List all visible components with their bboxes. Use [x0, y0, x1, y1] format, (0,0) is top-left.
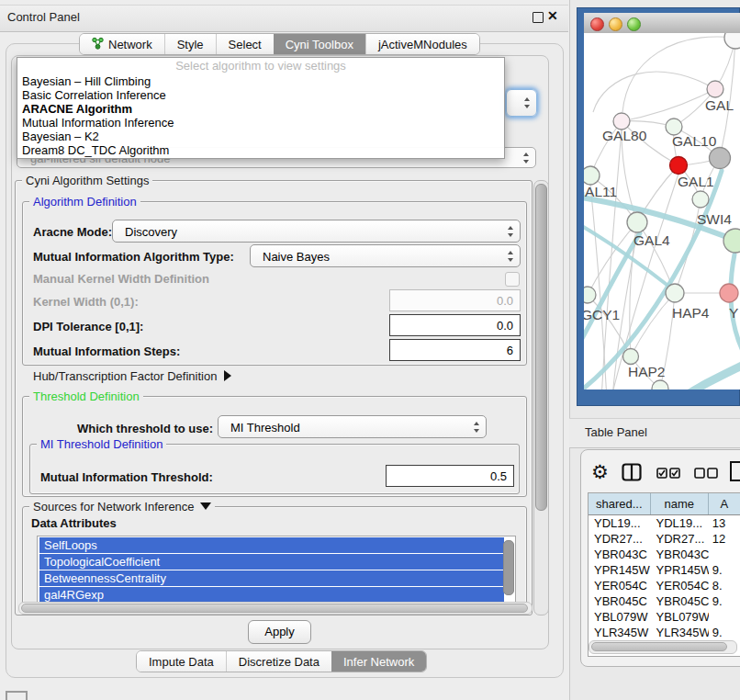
kernel-width-input[interactable]	[389, 289, 521, 311]
column-header-name[interactable]: name	[651, 493, 709, 514]
sources-title: Sources for Network Inference	[33, 500, 195, 514]
table-row[interactable]: YBL079WYBL079W	[589, 609, 740, 625]
node-label: GAL4	[633, 232, 670, 248]
collapse-arrow-icon	[200, 502, 211, 510]
network-node[interactable]	[652, 380, 668, 390]
table-cell	[709, 547, 740, 562]
select-all-icon[interactable]	[656, 468, 680, 482]
tab-infer-network[interactable]: Infer Network	[331, 651, 426, 672]
scrollbar-thumb[interactable]	[21, 604, 528, 613]
column-header-partial[interactable]: A	[709, 493, 740, 514]
apply-button[interactable]: Apply	[248, 620, 311, 644]
dropdown-item[interactable]: Bayesian – Hill Climbing	[17, 74, 504, 88]
table-row[interactable]: YDL19...YDL19...13	[589, 515, 740, 531]
table-row[interactable]: YBR043CYBR043C	[589, 547, 740, 562]
table-row[interactable]: YPR145WYPR145W9.	[589, 562, 740, 578]
table-row[interactable]: YBR045CYBR045C9.	[589, 593, 740, 609]
column-header-shared-name[interactable]: shared...	[589, 493, 651, 514]
panel-title: Control Panel	[7, 10, 80, 24]
scrollbar-thumb[interactable]	[535, 184, 547, 511]
table-cell: YLR345W	[589, 625, 651, 640]
attribute-item[interactable]: gal4RGexp	[39, 587, 504, 603]
control-panel-titlebar[interactable]	[0, 5, 568, 32]
close-icon[interactable]: ✕	[547, 8, 558, 23]
which-threshold-select[interactable]: MI Threshold	[218, 415, 487, 438]
new-document-icon[interactable]	[729, 460, 740, 485]
algorithm-definition-title: Algorithm Definition	[29, 195, 140, 209]
network-node[interactable]	[623, 349, 639, 365]
network-node[interactable]	[710, 148, 731, 169]
screen: Control Panel ✕ Network Styl	[0, 0, 740, 700]
network-edge	[590, 185, 607, 390]
mi-algorithm-type-select[interactable]: Naive Bayes	[250, 244, 521, 267]
table-row[interactable]: YDR27...YDR27...12	[589, 531, 740, 547]
network-canvas[interactable]: GALGAL80GAL10GAL1GAL11SWI4GAL4GCY1HAP4YH…	[584, 33, 740, 390]
algorithm-combo-fragment[interactable]	[506, 89, 537, 117]
attribute-item[interactable]: TopologicalCoefficient	[39, 554, 504, 570]
minimized-panel-icon[interactable]	[6, 691, 28, 700]
table-cell: YLR345W	[651, 625, 709, 640]
split-view-icon[interactable]	[622, 463, 642, 484]
aracne-mode-select[interactable]: Discovery	[112, 220, 521, 243]
network-node[interactable]	[724, 33, 740, 49]
dropdown-item[interactable]: Dream8 DC_TDC Algorithm	[17, 143, 504, 157]
node-label: HAP2	[628, 364, 666, 379]
network-node[interactable]	[666, 284, 684, 302]
table-body: YDL19...YDL19...13YDR27...YDR27...12YBR0…	[589, 515, 740, 656]
mi-steps-input[interactable]	[389, 339, 521, 361]
network-node[interactable]	[584, 287, 596, 303]
settings-group-title: Cyni Algorithm Settings	[22, 174, 152, 187]
network-node[interactable]	[627, 212, 647, 232]
mi-type-label: Mutual Information Algorithm Type:	[33, 250, 234, 264]
network-node[interactable]	[707, 81, 723, 97]
mac-zoom-button[interactable]	[627, 17, 641, 31]
dropdown-item[interactable]: Basic Correlation Inference	[17, 88, 504, 102]
table-panel-title: Table Panel	[585, 425, 647, 439]
attribute-item[interactable]: BetweennessCentrality	[39, 570, 504, 586]
hub-definition-toggle[interactable]: Hub/Transcription Factor Definition	[33, 369, 231, 383]
mi-threshold-label: Mutual Information Threshold:	[40, 470, 213, 484]
scrollbar-thumb[interactable]	[591, 642, 727, 651]
network-node[interactable]	[584, 166, 600, 185]
dropdown-item[interactable]: Mutual Information Inference	[17, 116, 504, 130]
table-row[interactable]: YLR345WYLR345W9.	[589, 625, 740, 640]
mac-minimize-button[interactable]	[609, 17, 622, 31]
attribute-item[interactable]: SelfLoops	[39, 537, 504, 553]
settings-vertical-scrollbar[interactable]	[533, 180, 549, 615]
table-cell: 12	[709, 531, 740, 547]
node-label: GCY1	[584, 307, 620, 322]
tab-discretize-data[interactable]: Discretize Data	[226, 651, 331, 672]
manual-kernel-checkbox[interactable]	[505, 272, 520, 287]
sources-toggle[interactable]: Sources for Network Inference	[29, 500, 215, 514]
dropdown-item-selected[interactable]: ARACNE Algorithm	[17, 102, 504, 116]
network-node[interactable]	[723, 229, 740, 253]
tab-jactivemnodules[interactable]: jActiveMNodules	[365, 34, 479, 54]
network-node[interactable]	[692, 191, 709, 208]
table-horizontal-scrollbar[interactable]	[589, 640, 737, 654]
node-label: GAL1	[678, 174, 714, 189]
table-row[interactable]: YER054CYER054C8.	[589, 578, 740, 593]
settings-gear-icon[interactable]: ⚙	[591, 461, 609, 483]
dropdown-item[interactable]: Bayesian – K2	[17, 130, 504, 143]
which-threshold-value: MI Threshold	[230, 420, 300, 434]
tab-network[interactable]: Network	[80, 34, 164, 54]
mac-close-button[interactable]	[590, 17, 604, 31]
table-cell: YDL19...	[589, 515, 651, 531]
combo-arrows-icon	[524, 97, 531, 108]
attributes-scrollbar[interactable]	[503, 540, 514, 595]
mi-threshold-input[interactable]	[386, 465, 514, 487]
table-cell: YBR043C	[589, 547, 651, 562]
network-window-titlebar[interactable]	[584, 13, 740, 34]
tab-style[interactable]: Style	[164, 34, 216, 54]
tab-cyni-toolbox[interactable]: Cyni Toolbox	[274, 34, 365, 54]
dpi-tolerance-input[interactable]	[389, 314, 521, 336]
tab-select[interactable]: Select	[216, 34, 274, 54]
deselect-all-icon[interactable]	[694, 468, 718, 482]
network-node[interactable]	[720, 284, 738, 302]
table-cell: 13	[709, 515, 740, 531]
float-window-icon[interactable]	[533, 12, 544, 23]
network-node[interactable]	[670, 157, 688, 175]
tab-impute-data[interactable]: Impute Data	[137, 651, 226, 672]
which-threshold-label: Which threshold to use:	[77, 422, 213, 435]
settings-horizontal-scrollbar[interactable]	[18, 602, 533, 615]
